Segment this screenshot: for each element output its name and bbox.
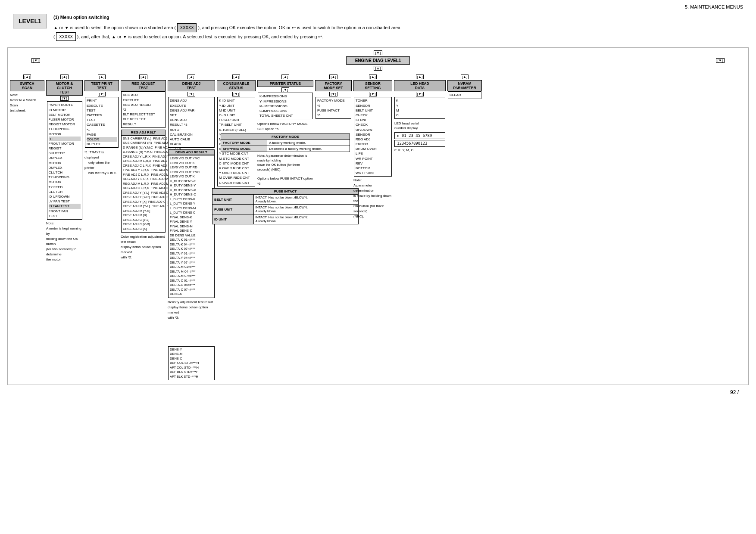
test-print-list: PRINT EXECUTE TEST PATTERN TEST CASSETTE… bbox=[85, 97, 119, 148]
engine-diag-title: ENGINE DIAG LEVEL1 bbox=[346, 56, 410, 65]
factory-mode-set-list: FACTORY MODE *5 FUSE INTACT *6 bbox=[316, 97, 351, 119]
dens-adj-result-section: DENS ADJ RESULT LEV0 V/D OUT YMC LEV0 V/… bbox=[168, 149, 215, 298]
fuse-intact-note: Options below FUSE INTACT option *6 bbox=[257, 176, 313, 186]
top-nav-left: [▼] bbox=[31, 58, 40, 63]
intro-text: (1) Menu option switching ▲ or ▼ is used… bbox=[53, 14, 743, 41]
main-diagram: [▼] [▼] ENGINE DIAG LEVEL1 [▲] [▼] [▲] S… bbox=[7, 47, 749, 385]
serial-value-2: 1234567890123 bbox=[394, 140, 445, 147]
sensor-setting-list: TONER SENSOR BELT UNIT CHECK ID UNIT CHE… bbox=[354, 97, 392, 177]
led-head-list: K Y M C bbox=[394, 97, 445, 119]
page-title: 5. MAINTENANCE MENUS bbox=[685, 4, 743, 9]
motor-clutch-list: PAPER ROUTE ID MOTOR BELT MOTOR FUSER MO… bbox=[47, 101, 82, 220]
tray-note: *1: TRAY2 is displayed only when the pri… bbox=[84, 150, 119, 176]
intro-section: LEVEL1 (1) Menu option switching ▲ or ▼ … bbox=[13, 14, 743, 41]
serial-value-1: n 01 23 45 6789 bbox=[394, 132, 445, 139]
section-test-print: [▲] TEST PRINTTEST [▼] PRINT EXECUTE TES… bbox=[84, 75, 119, 176]
printer-status-list: K-IMPRESSIONS Y-IMPRESSIONS M-IMPRESSION… bbox=[258, 93, 313, 119]
page-footer: 92 / bbox=[4, 389, 752, 395]
switch-scan-header[interactable]: SWITCHSCAN bbox=[10, 80, 44, 91]
level1-label: LEVEL1 bbox=[13, 14, 47, 28]
dens-adj-list: DENS ADJ EXECUTE DENS ADJ PAR- SET DENS … bbox=[168, 97, 215, 148]
diagram-title-area: [▼] ENGINE DIAG LEVEL1 [▲] bbox=[346, 50, 410, 71]
sections-row: [▲] SWITCHSCAN Note:Refer to a Switch Sc… bbox=[10, 72, 746, 382]
unshaded-example: XXXXX bbox=[56, 32, 76, 41]
section-reg-adjust: [▲] REG ADJUSTTEST REG ADJ EXECUTE REG A… bbox=[121, 75, 166, 260]
led-serial-section: LED head serialnumber display n 01 23 45… bbox=[394, 121, 445, 152]
page-number: 92 / bbox=[730, 389, 739, 395]
reg-note: Color registration adjustment test resul… bbox=[121, 234, 166, 260]
section-switch-scan: [▲] SWITCHSCAN Note:Refer to a Switch Sc… bbox=[10, 75, 44, 113]
top-nav-right: [▼] bbox=[716, 58, 725, 63]
section-led-head: [▲] LED HEADDATA [▼] K Y M C LED head se… bbox=[394, 75, 446, 152]
section-printer-status: [▲] PRINTER STATUS [▼] K-IMPRESSIONS Y-I… bbox=[257, 75, 313, 224]
section-motor-clutch: [▲] MOTOR &CLUTCHTEST [▼] PAPER ROUTE ID… bbox=[46, 75, 83, 262]
section-sensor-setting: [▲] SENSORSETTING [▼] TONER SENSOR BELT … bbox=[353, 75, 392, 219]
section-dens-adj: [▲] DENS ADJTEST [▼] DENS ADJ EXECUTE DE… bbox=[168, 75, 215, 380]
reg-adjust-list: REG ADJ EXECUTE REG ADJ RESULT *2 BLT RE… bbox=[121, 91, 166, 127]
shaded-example: XXXXX bbox=[177, 23, 197, 32]
factory-mode-table: FACTORY MODE FACTORY MODE A factory work… bbox=[221, 134, 350, 152]
motor-note: Note:A motor is kept running byholding d… bbox=[46, 221, 83, 262]
section-factory-mode-set: [▲] FACTORYMODE SET [▼] FACTORY MODE *5 … bbox=[315, 75, 352, 119]
intro-description: ▲ or ▼ is used to select the option show… bbox=[53, 23, 743, 41]
intro-heading: (1) Menu option switching bbox=[53, 14, 743, 21]
fuse-intact-table: FUSE INTACT BELT UNIT INTACT: Has not be… bbox=[212, 188, 359, 224]
nvram-list: CLEAR bbox=[448, 91, 481, 99]
dens-note: Density adjustment test resultdisplay it… bbox=[168, 300, 215, 320]
section-nvram: [▲] NVRAMPARAMETER CLEAR bbox=[447, 75, 482, 99]
factory-note: Note: A parameter determination is made … bbox=[257, 154, 313, 172]
sensor-note: Note:A parameter determinationis made by… bbox=[353, 178, 392, 219]
switch-scan-nav: [▲] bbox=[23, 75, 31, 79]
dens-result-box: DENS-Y DENS-M DENS-C BEF COL STD=***H AF… bbox=[168, 346, 215, 381]
switch-scan-note: Note:Refer to a Switch Scantest sheet. bbox=[10, 93, 44, 113]
reg-adj-rslt-section: REG ADJ RSLT SNS CARIBRAT (L) FINE ADJ Y… bbox=[121, 130, 166, 233]
factory-mode-note: Options below FACTORY MODE SET option *5 bbox=[257, 121, 313, 132]
page-header: 5. MAINTENANCE MENUS bbox=[4, 4, 752, 9]
